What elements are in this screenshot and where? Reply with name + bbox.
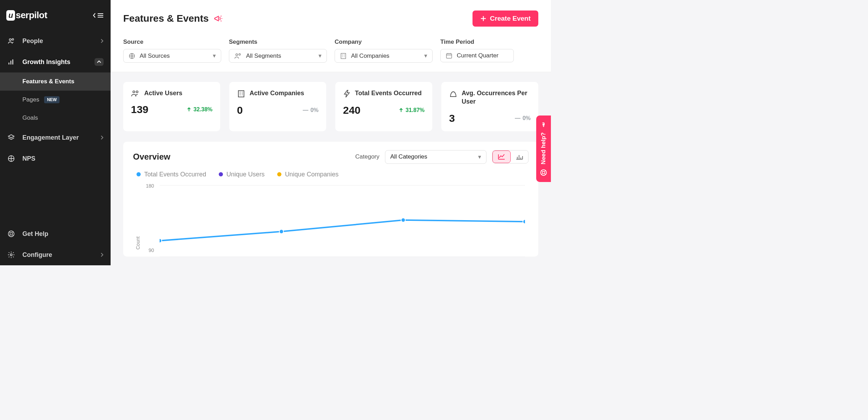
brand-logo: u serpilot: [6, 10, 47, 21]
sidebar-header: u serpilot: [0, 0, 111, 30]
legend-total-events[interactable]: Total Events Occurred: [136, 171, 206, 178]
sidebar-item-label: People: [22, 37, 43, 45]
svg-point-0: [9, 39, 12, 41]
bar-chart-button[interactable]: [511, 150, 528, 163]
svg-point-15: [279, 229, 284, 233]
people-icon: [7, 37, 15, 45]
select-value: All Companies: [351, 52, 390, 59]
sidebar-item-label: Growth Insights: [22, 58, 70, 66]
category-label: Category: [355, 153, 379, 160]
chevron-down-icon: ▾: [213, 52, 216, 59]
svg-point-8: [239, 54, 240, 55]
overview-panel: Overview Category All Categories ▾: [123, 142, 538, 257]
sidebar-item-get-help[interactable]: Get Help: [0, 223, 111, 244]
plus-icon: [480, 15, 486, 22]
category-select[interactable]: All Categories ▾: [385, 150, 486, 164]
line-chart-button[interactable]: [492, 150, 511, 163]
select-value: Current Quarter: [457, 52, 498, 59]
stat-title: Avg. Occurrences Per User: [462, 89, 531, 106]
svg-point-1: [12, 38, 14, 40]
y-ticks: 180 90: [143, 183, 157, 253]
sidebar-item-label: Configure: [22, 251, 52, 259]
select-value: All Categories: [390, 153, 427, 160]
primary-nav: People Growth Insights Features & Events: [0, 30, 111, 265]
subnav-item-pages[interactable]: Pages NEW: [0, 91, 111, 109]
create-event-button[interactable]: Create Event: [472, 10, 538, 27]
source-select[interactable]: All Sources ▾: [123, 49, 221, 63]
legend-unique-users[interactable]: Unique Users: [219, 171, 265, 178]
dash-icon: —: [303, 107, 308, 113]
filter-time-period: Time Period Current Quarter: [440, 38, 514, 63]
svg-point-19: [543, 126, 544, 127]
calendar-icon: [446, 52, 453, 59]
filters-bar: Source All Sources ▾ Segments All Segmen…: [111, 34, 551, 72]
svg-point-4: [10, 232, 12, 235]
stat-value: 3: [449, 112, 455, 124]
stat-value: 240: [343, 104, 360, 116]
sidebar-item-engagement-layer[interactable]: Engagement Layer: [0, 127, 111, 148]
subnav-growth-insights: Features & Events Pages NEW Goals: [0, 72, 111, 127]
distribution-icon: [449, 90, 457, 98]
subnav-item-features-events[interactable]: Features & Events: [0, 72, 111, 91]
topbar: Features & Events Create Event: [111, 0, 551, 34]
stat-value: 139: [131, 104, 148, 115]
sidebar-item-label: Get Help: [22, 230, 48, 238]
need-help-tab[interactable]: Need help?: [536, 115, 551, 182]
line-chart: 180 90: [143, 183, 528, 257]
svg-point-17: [523, 219, 525, 224]
stat-delta-value: 0%: [523, 115, 531, 121]
building-icon: [237, 90, 245, 98]
time-period-select[interactable]: Current Quarter: [440, 49, 514, 62]
svg-point-12: [136, 91, 138, 93]
filter-label: Time Period: [440, 38, 514, 46]
stat-title: Active Users: [144, 89, 182, 97]
sidebar-item-configure[interactable]: Configure: [0, 244, 111, 265]
page-title: Features & Events: [123, 13, 223, 24]
chevron-right-icon: [100, 252, 104, 257]
overview-title: Overview: [133, 152, 170, 162]
stat-delta: — 0%: [303, 107, 318, 113]
dash-icon: —: [515, 115, 520, 121]
legend-label: Unique Users: [226, 171, 265, 178]
stat-value: 0: [237, 104, 243, 116]
overview-header: Overview Category All Categories ▾: [133, 150, 528, 164]
collapse-sidebar-button[interactable]: [92, 13, 104, 18]
svg-point-5: [10, 254, 12, 256]
filter-label: Segments: [229, 38, 327, 46]
stat-delta: 31.87%: [399, 107, 425, 113]
filter-company: Company All Companies ▾: [335, 38, 433, 63]
gauge-icon: [7, 154, 15, 163]
sidebar: u serpilot People: [0, 0, 111, 265]
chevron-down-icon: ▾: [424, 52, 427, 59]
svg-point-21: [542, 171, 545, 174]
sidebar-item-nps[interactable]: NPS: [0, 148, 111, 169]
filter-label: Source: [123, 38, 221, 46]
building-icon: [340, 52, 347, 59]
main: Features & Events Create Event Source Al…: [111, 0, 551, 265]
chevron-up-icon: [94, 58, 104, 66]
segments-select[interactable]: All Segments ▾: [229, 49, 327, 63]
svg-rect-9: [341, 53, 345, 58]
megaphone-icon: [214, 14, 223, 23]
sidebar-item-growth-insights[interactable]: Growth Insights: [0, 51, 111, 72]
plot-area: [160, 185, 525, 257]
subnav-item-goals[interactable]: Goals: [0, 109, 111, 127]
chevron-right-icon: [100, 135, 104, 140]
sidebar-item-people[interactable]: People: [0, 30, 111, 51]
filter-label: Company: [335, 38, 433, 46]
logo-badge: u: [6, 10, 15, 21]
stat-total-events: Total Events Occurred 240 31.87%: [335, 82, 432, 131]
svg-point-11: [133, 91, 135, 93]
chart-area: Count 180 90: [133, 183, 528, 257]
subnav-item-label: Goals: [22, 114, 38, 121]
legend-label: Unique Companies: [285, 171, 338, 178]
lightning-icon: [343, 90, 351, 98]
create-event-label: Create Event: [490, 15, 531, 22]
stats-row: Active Users 139 32.38%: [123, 82, 538, 131]
menu-icon: [97, 13, 104, 18]
company-select[interactable]: All Companies ▾: [335, 49, 433, 63]
legend-unique-companies[interactable]: Unique Companies: [277, 171, 338, 178]
arrow-up-icon: [187, 107, 191, 112]
y-tick: 180: [146, 183, 154, 189]
filter-source: Source All Sources ▾: [123, 38, 221, 63]
